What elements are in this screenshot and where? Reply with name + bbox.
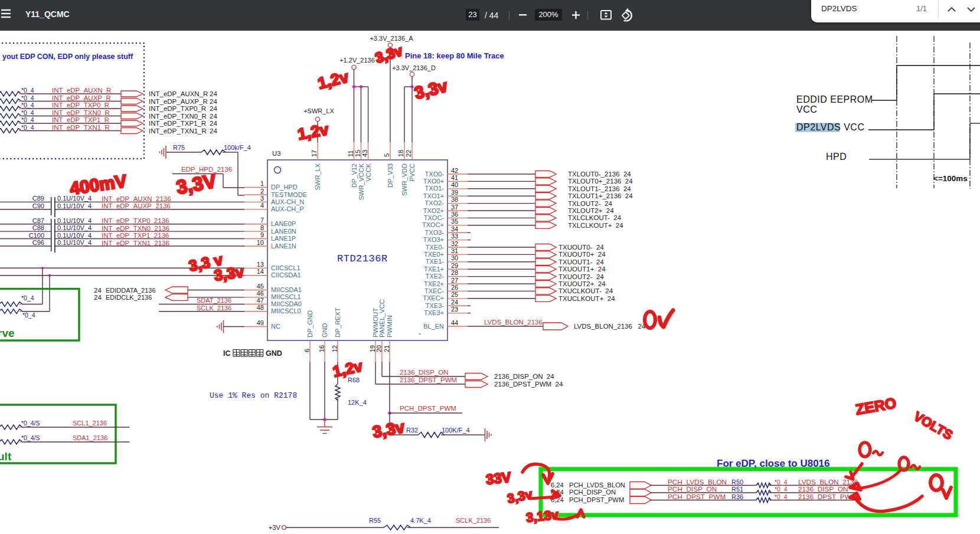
svg-text:4: 4	[260, 202, 264, 209]
svg-text:MIICSCL1: MIICSCL1	[271, 293, 301, 300]
svg-text:DP_REXT: DP_REXT	[334, 307, 341, 338]
svg-text:GND: GND	[266, 349, 282, 358]
svg-text:27: 27	[451, 277, 458, 284]
svg-text:<=100ms: <=100ms	[933, 174, 968, 183]
svg-text:3,3v: 3,3v	[506, 486, 534, 506]
svg-text:TESTMODE: TESTMODE	[271, 191, 307, 198]
svg-text:INT_eDP_TXN1_R: INT_eDP_TXN1_R	[52, 124, 110, 131]
svg-text:TXE0-: TXE0-	[426, 244, 445, 251]
svg-text:MIICSDA1: MIICSDA1	[271, 286, 302, 293]
svg-text:+3.3V_2136_D: +3.3V_2136_D	[392, 64, 436, 71]
svg-text:VOLTS: VOLTS	[912, 409, 956, 443]
svg-text:8: 8	[260, 224, 264, 231]
svg-text:24: 24	[210, 90, 217, 97]
svg-text:TXE1-: TXE1-	[426, 258, 445, 265]
svg-text:NC: NC	[271, 323, 280, 330]
svg-text:SCLK_2136: SCLK_2136	[197, 304, 231, 312]
svg-text:*0_4: *0_4	[21, 101, 34, 109]
svg-text:3,3v: 3,3v	[373, 42, 404, 65]
svg-text:TXLOUT0-_2136 24: TXLOUT0-_2136 24	[568, 171, 631, 178]
svg-text:14: 14	[257, 268, 264, 275]
svg-text:12: 12	[331, 345, 338, 352]
svg-text:INT_eDP_TXP0_2136: INT_eDP_TXP0_2136	[102, 217, 169, 224]
svg-text:TXUOUT1+ 24: TXUOUT1+ 24	[558, 266, 606, 273]
svg-text:EDIDDATA_2136: EDIDDATA_2136	[106, 287, 156, 294]
svg-text:TXO0+: TXO0+	[423, 178, 444, 185]
svg-text:C89: C89	[32, 195, 44, 202]
svg-text:TXUCLKOUT+ 24: TXUCLKOUT+ 24	[558, 295, 615, 302]
svg-text:TXEC-: TXEC-	[424, 287, 444, 294]
svg-text:+SWR_LX: +SWR_LX	[303, 107, 334, 114]
svg-text:100k/F_4: 100k/F_4	[224, 144, 251, 151]
svg-text:*0_4/S: *0_4/S	[21, 420, 40, 427]
svg-text:INT_eDP_TXP1_R: INT_eDP_TXP1_R	[52, 116, 109, 123]
svg-text:29: 29	[451, 262, 458, 269]
svg-text:*0_4/S: *0_4/S	[21, 434, 40, 441]
svg-text:R75: R75	[173, 144, 185, 151]
svg-text:3,3v: 3,3v	[413, 76, 450, 103]
svg-text:46: 46	[257, 290, 264, 297]
svg-text:23: 23	[451, 306, 458, 313]
svg-text:DP_HPD: DP_HPD	[271, 184, 298, 191]
svg-text:18: 18	[397, 150, 404, 157]
svg-text:400mV: 400mV	[68, 171, 128, 198]
svg-text:C90: C90	[32, 202, 44, 209]
svg-text:40: 40	[451, 181, 458, 188]
svg-text:12K_4: 12K_4	[348, 399, 367, 406]
svg-text:INT_eDP_TXN0_2136: INT_eDP_TXN0_2136	[102, 225, 169, 232]
svg-text:3,3v: 3,3v	[371, 418, 406, 441]
svg-text:43: 43	[361, 150, 368, 157]
svg-text:yout EDP CON, EDP only please: yout EDP CON, EDP only please stuff	[2, 53, 133, 61]
svg-text:R36: R36	[731, 493, 743, 500]
svg-text:2136_DPST_PWM: 2136_DPST_PWM	[798, 493, 857, 501]
svg-text:SDA1_2136: SDA1_2136	[73, 434, 107, 441]
svg-text:1,2v: 1,2v	[296, 120, 330, 143]
svg-text:TXEC+: TXEC+	[423, 294, 444, 302]
svg-text:*0_4: *0_4	[775, 486, 788, 493]
svg-text:INT_eDP_AUXP_R: INT_eDP_AUXP_R	[52, 94, 111, 101]
svg-text:PWMIN: PWMIN	[386, 315, 393, 338]
svg-text:16: 16	[318, 345, 325, 352]
svg-text:PCH_DISP_ON: PCH_DISP_ON	[569, 489, 616, 496]
svg-text:TXUOUT0+ 24: TXUOUT0+ 24	[558, 251, 606, 258]
svg-text:30: 30	[451, 254, 458, 261]
svg-text:LANE1P: LANE1P	[271, 235, 296, 242]
svg-text:24: 24	[210, 113, 217, 120]
svg-text:TXLOUT0+_2136 24: TXLOUT0+_2136 24	[568, 178, 633, 185]
svg-text:EDIDCLK_2136: EDIDCLK_2136	[106, 294, 152, 301]
svg-text:15: 15	[354, 150, 361, 157]
svg-text:2136_DISP_ON 24: 2136_DISP_ON 24	[494, 373, 554, 380]
svg-text:IC: IC	[223, 349, 231, 358]
svg-text:TXOC+: TXOC+	[422, 221, 444, 228]
svg-text:38: 38	[451, 196, 458, 203]
svg-text:10: 10	[257, 239, 264, 246]
svg-text:INT_eDP_TXP1_R: INT_eDP_TXP1_R	[149, 120, 206, 127]
svg-text:37: 37	[451, 204, 458, 211]
svg-text:2136_DISP_ON: 2136_DISP_ON	[400, 369, 448, 376]
svg-text:TXLCLKOUT- 24: TXLCLKOUT- 24	[568, 214, 622, 221]
svg-text:ult: ult	[0, 450, 12, 463]
svg-text:5: 5	[383, 153, 390, 157]
svg-text:TXO3-: TXO3-	[425, 229, 445, 236]
svg-text:TXUOUT1- 24: TXUOUT1- 24	[558, 258, 604, 266]
svg-text:SCL1_2136: SCL1_2136	[73, 420, 107, 427]
svg-text:PCH_DPST_PWM: PCH_DPST_PWM	[569, 496, 624, 503]
svg-text:TXLOUT2+ 24: TXLOUT2+ 24	[568, 207, 614, 214]
svg-text:TXE1+: TXE1+	[424, 266, 444, 273]
svg-text:28: 28	[451, 269, 458, 276]
svg-text:INT_eDP_AUXN_2136: INT_eDP_AUXN_2136	[102, 195, 171, 202]
svg-text:LVDS_BLON_2136: LVDS_BLON_2136	[484, 319, 543, 326]
svg-text:RTD2136R: RTD2136R	[337, 253, 388, 264]
svg-text:TXO0-: TXO0-	[425, 171, 445, 178]
svg-text:4.7K_4: 4.7K_4	[410, 517, 431, 524]
svg-text:24: 24	[451, 299, 458, 306]
svg-text:TXE0+: TXE0+	[424, 251, 444, 258]
svg-text:MIICSDA0: MIICSDA0	[271, 300, 302, 307]
svg-text:100K/F_4: 100K/F_4	[442, 427, 470, 434]
svg-text:47: 47	[257, 297, 264, 304]
svg-text:LANE0N: LANE0N	[271, 228, 296, 235]
svg-text:41: 41	[451, 174, 458, 181]
svg-text:SWR_VDD: SWR_VDD	[401, 163, 408, 196]
svg-text:SDAT_2136: SDAT_2136	[197, 297, 231, 304]
svg-text:TXLOUT1-_2136 24: TXLOUT1-_2136 24	[568, 185, 631, 192]
